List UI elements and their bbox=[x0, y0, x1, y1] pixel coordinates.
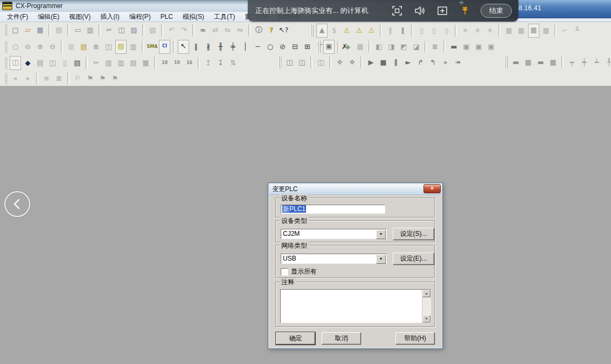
pause-sim-icon[interactable]: ‖ bbox=[390, 56, 401, 69]
toolbar-drag-handle[interactable] bbox=[318, 41, 321, 53]
toolbar-drag-handle[interactable] bbox=[4, 73, 7, 85]
fullscreen-icon[interactable] bbox=[390, 4, 404, 18]
cancel-button[interactable]: 取消 bbox=[322, 332, 361, 345]
chevron-down-icon[interactable]: ▼ bbox=[376, 255, 386, 264]
verify-doc-icon[interactable]: ▯ bbox=[441, 24, 452, 37]
options-icon[interactable]: ▣ bbox=[323, 40, 335, 54]
transfer-doc-icon[interactable]: ▯ bbox=[416, 24, 427, 37]
toolbar-drag-handle[interactable] bbox=[4, 24, 7, 36]
end-session-button[interactable]: 结束 bbox=[481, 4, 512, 18]
step-shape-icon[interactable]: ⌐ bbox=[559, 24, 571, 37]
device-type-settings-button[interactable]: 设定(S)... bbox=[393, 228, 434, 240]
io-comment-ci-icon[interactable]: CI bbox=[159, 40, 170, 54]
gear-a-icon[interactable]: ✳ bbox=[460, 24, 471, 37]
io-rung-icon[interactable]: ╨ bbox=[572, 24, 583, 37]
select-arrow-icon[interactable]: ↖ bbox=[178, 40, 189, 54]
device-type-select[interactable]: CJ2M ▼ bbox=[281, 229, 387, 239]
window-b-icon[interactable]: ◫ bbox=[47, 57, 58, 69]
bookmark-next-icon[interactable]: ⚑ bbox=[85, 72, 96, 85]
scroll-up-icon[interactable]: ▲ bbox=[422, 290, 431, 297]
rack-d-icon[interactable]: ▦ bbox=[540, 24, 552, 37]
rung-b-icon[interactable]: ┿ bbox=[579, 56, 590, 69]
bookmark-clear-icon[interactable]: ⚑ bbox=[109, 72, 121, 85]
grid-icon[interactable]: ▦ bbox=[66, 40, 77, 53]
window-a-icon[interactable]: ▤ bbox=[34, 57, 46, 69]
find-icon[interactable]: ∞ bbox=[197, 24, 209, 37]
watch-window-icon[interactable]: ◫ bbox=[103, 40, 114, 53]
monitor-warning-icon[interactable]: ⚠ bbox=[341, 24, 352, 37]
new-closed-coil-icon[interactable]: ⊘ bbox=[277, 40, 288, 53]
build-all-icon[interactable]: ▦ bbox=[355, 40, 366, 53]
rung-comment-icon[interactable]: ≣ bbox=[53, 72, 65, 85]
settings-window-icon[interactable]: ▤ bbox=[128, 57, 139, 69]
zoom-out-icon[interactable]: ⊖ bbox=[47, 40, 58, 53]
zoom-region-icon[interactable]: ⊘ bbox=[22, 40, 33, 53]
toolbar-drag-handle[interactable] bbox=[279, 57, 281, 68]
edit-delete-icon[interactable]: ◨ bbox=[386, 40, 397, 53]
menu-file[interactable]: 文件(F) bbox=[2, 12, 33, 22]
compile-icon[interactable]: ◈ bbox=[342, 40, 353, 53]
memory-card-icon[interactable]: ▦ bbox=[140, 57, 151, 69]
paste-special-icon[interactable]: ▧ bbox=[147, 24, 158, 37]
toolbar-drag-handle[interactable] bbox=[4, 57, 7, 69]
monitor-b-icon[interactable]: ▦ bbox=[523, 56, 534, 69]
banner-drag-handle[interactable]: ✛ bbox=[459, 0, 464, 6]
scroll-down-icon[interactable]: ▼ bbox=[422, 315, 431, 323]
pause-hand-a-icon[interactable]: ❖ bbox=[334, 56, 345, 69]
download-icon[interactable]: ↧ bbox=[215, 57, 226, 69]
properties-icon[interactable]: ▤ bbox=[72, 57, 83, 69]
cut-icon[interactable]: ✂ bbox=[103, 24, 115, 37]
debug-warning-icon[interactable]: ⚠ bbox=[353, 24, 365, 37]
pause-b-icon[interactable]: ‖ bbox=[397, 24, 408, 37]
save-icon[interactable]: ▦ bbox=[34, 24, 46, 37]
review-d-icon[interactable]: ▣ bbox=[485, 40, 497, 53]
speaker-icon[interactable] bbox=[413, 4, 427, 18]
new-contact-icon[interactable]: ∥ bbox=[190, 40, 202, 53]
cascade-window-icon[interactable]: ◫ bbox=[10, 56, 21, 70]
add-window-icon[interactable] bbox=[435, 4, 449, 18]
rung-list-icon[interactable]: ≡ bbox=[41, 72, 52, 85]
run-icon[interactable]: ▶ bbox=[365, 56, 377, 69]
monitor-a-icon[interactable]: ▬ bbox=[510, 56, 522, 69]
upload-icon[interactable]: ↥ bbox=[203, 57, 214, 69]
comment-textarea[interactable]: ▲ ▼ bbox=[280, 289, 431, 323]
monitor-c-icon[interactable]: ▬ bbox=[535, 56, 546, 69]
fast-forward-icon[interactable]: » bbox=[440, 56, 451, 69]
program-list-icon[interactable]: ≣ bbox=[429, 40, 441, 53]
menu-edit[interactable]: 编辑(E) bbox=[33, 12, 64, 22]
step-in-icon[interactable]: ↱ bbox=[415, 56, 426, 69]
signed-decimal-icon[interactable]: 10 bbox=[171, 57, 183, 69]
vertical-line-icon[interactable]: │ bbox=[240, 40, 251, 53]
zoom-in-icon[interactable]: ⊕ bbox=[34, 40, 46, 53]
review-c-icon[interactable]: ▣ bbox=[473, 40, 484, 53]
dialog-close-button[interactable]: × bbox=[423, 184, 441, 193]
horizontal-line-icon[interactable]: ─ bbox=[252, 40, 263, 53]
rung-c-icon[interactable]: ┷ bbox=[591, 56, 602, 69]
menu-simulate[interactable]: 模拟(S) bbox=[178, 12, 209, 22]
menu-plc[interactable]: PLC bbox=[156, 12, 178, 22]
replace-project-icon[interactable]: ⇆ bbox=[222, 24, 233, 37]
transfer-from-plc-icon[interactable]: ◫ bbox=[296, 56, 308, 69]
show-all-checkbox[interactable] bbox=[281, 268, 288, 276]
change-all-icon[interactable]: ⇋ bbox=[234, 24, 246, 37]
zoom-tool-icon[interactable]: ○ bbox=[10, 40, 21, 53]
mnemonic-view-icon[interactable]: ▥ bbox=[128, 40, 139, 53]
indent-icon[interactable]: » bbox=[22, 72, 33, 85]
new-function-block-icon[interactable]: ⊞ bbox=[302, 40, 313, 53]
bookmark-set-icon[interactable]: ⚐ bbox=[72, 72, 84, 85]
new-or-contact-icon[interactable]: ╫ bbox=[215, 40, 226, 53]
bookmark-prev-icon[interactable]: ⚑ bbox=[97, 72, 108, 85]
ok-button[interactable]: 确定 bbox=[276, 332, 315, 345]
simulate-warning-icon[interactable]: ⚠ bbox=[366, 24, 377, 37]
rack-c-icon[interactable]: ▦ bbox=[528, 24, 539, 38]
toolbar-drag-handle[interactable] bbox=[505, 57, 508, 68]
print-icon[interactable]: ▭ bbox=[72, 24, 84, 37]
menu-program[interactable]: 编程(P) bbox=[124, 12, 156, 22]
new-coil-icon[interactable]: ○ bbox=[265, 40, 276, 53]
menu-insert[interactable]: 插入(I) bbox=[95, 12, 124, 22]
context-help-icon[interactable]: ↖? bbox=[278, 24, 289, 37]
transfer-to-plc-icon[interactable]: ◫ bbox=[284, 56, 295, 69]
auto-online-icon[interactable]: $ bbox=[329, 24, 340, 37]
find-replace-icon[interactable]: ⇄ bbox=[210, 24, 221, 37]
rung-d-icon[interactable]: ╀ bbox=[603, 56, 611, 69]
